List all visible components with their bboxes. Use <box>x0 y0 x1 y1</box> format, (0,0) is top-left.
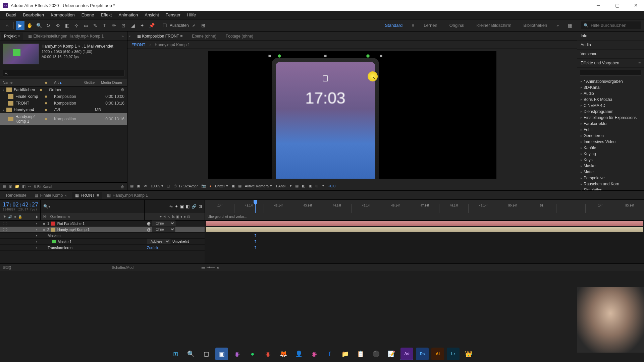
menu-datei[interactable]: Datei <box>3 11 19 19</box>
col-art[interactable]: Art ▴ <box>54 80 84 85</box>
workspace-bib[interactable]: Bibliotheken <box>521 21 550 29</box>
eye-icon[interactable]: 👁 <box>3 215 6 219</box>
footer-icon[interactable]: ▦ <box>3 184 6 189</box>
photoshop-icon[interactable]: Ps <box>416 348 429 360</box>
footer-icon[interactable]: ◧ <box>22 184 25 189</box>
clone-tool[interactable]: ⊡ <box>119 21 128 30</box>
brush-tool[interactable]: ✏ <box>110 21 118 30</box>
menu-ebene[interactable]: Ebene <box>78 11 98 19</box>
transparency-toggle[interactable]: ▦ <box>238 184 241 188</box>
app-icon[interactable]: 👑 <box>462 348 475 360</box>
effects-category[interactable]: ▸ Rauschen und Korn <box>577 181 644 187</box>
close-button[interactable]: ✕ <box>631 3 641 8</box>
app-icon[interactable]: ◉ <box>231 348 244 360</box>
selection-tool[interactable]: ▶ <box>16 21 24 30</box>
alpha-toggle[interactable]: ▦ <box>130 184 133 188</box>
effects-category[interactable]: ▸ Maske <box>577 163 644 169</box>
time-ruler[interactable]: :14f41:14f42:14f43:14f44:14f45:14f46:14f… <box>205 200 644 213</box>
comp-tab[interactable]: ▦ Komposition FRONT ≡ <box>135 33 185 40</box>
menu-fenster[interactable]: Fenster <box>162 11 184 19</box>
app-icon[interactable]: 📋 <box>354 348 367 360</box>
close-icon[interactable]: × <box>65 193 67 197</box>
rotate-tool[interactable]: ⟲ <box>53 21 62 30</box>
viewport[interactable]: 17:03 ↖ <box>127 49 577 181</box>
snap-options[interactable]: ⫽ <box>190 21 198 30</box>
effects-category[interactable]: ▸ Keying <box>577 151 644 157</box>
project-item[interactable]: Handy.mp4 Komp 1■ Komposition0:00:13:16 <box>0 113 127 125</box>
eraser-tool[interactable]: ◢ <box>128 21 137 30</box>
timeline-tracks[interactable]: @Ohne @Ohne I I I <box>205 221 644 263</box>
workspace-lernen[interactable]: Lernen <box>421 21 440 29</box>
footage-tab[interactable]: Footage (ohne) <box>223 33 256 40</box>
snap-toggle[interactable]: ☐ <box>160 21 169 30</box>
timeline-tab[interactable]: ▦ Finale Komp × <box>31 192 70 199</box>
effects-category[interactable]: ▸ Matte <box>577 169 644 175</box>
preview-panel[interactable]: Vorschau <box>577 50 644 59</box>
footer-icon[interactable]: ▣ <box>9 184 12 189</box>
effects-category[interactable]: ▸ * Animationsvorgaben <box>577 78 644 84</box>
visibility-toggle[interactable] <box>3 228 7 231</box>
tl-footer-icon[interactable]: {} <box>9 265 11 269</box>
speaker-icon[interactable]: 🔊 <box>8 215 12 219</box>
tl-footer-icon[interactable]: ⊡ <box>6 265 9 269</box>
workspace-klein[interactable]: Kleiner Bildschirm <box>474 21 514 29</box>
timeline-tab[interactable]: ▦ Handy.mp4 Komp 1 <box>104 192 151 199</box>
switch-mode-label[interactable]: Schalter/Modi <box>112 265 134 269</box>
current-timecode[interactable]: 17:02:42:27 <box>3 201 38 208</box>
solo-icon[interactable]: ● <box>14 215 16 219</box>
project-item[interactable]: FRONT■ Komposition0:00:13:16 <box>0 100 127 107</box>
help-search-input[interactable] <box>591 23 634 28</box>
audio-panel[interactable]: Audio <box>577 41 644 50</box>
parent-pick[interactable]: @ <box>147 228 151 232</box>
effects-category[interactable]: ▸ Simulation <box>577 187 644 190</box>
mask-mode[interactable]: Addiere <box>147 239 170 244</box>
camera-tool[interactable]: ◧ <box>63 21 71 30</box>
layer-prop[interactable]: ▾ Masken <box>0 233 205 239</box>
breadcrumb-item[interactable]: Handy.mp4 Komp 1 <box>155 43 190 47</box>
notepad-icon[interactable]: 📝 <box>385 348 398 360</box>
layer-prop[interactable]: ▸ Maske 1 Addiere Umgekehrt <box>0 239 205 245</box>
task-view[interactable]: ▢ <box>200 348 213 360</box>
col-dur[interactable]: Media-Dauer <box>101 80 124 85</box>
home-tool[interactable]: ⌂ <box>3 21 11 30</box>
tl-switch[interactable]: 🔗 <box>192 204 197 209</box>
after-effects-icon[interactable]: Ae <box>400 348 413 360</box>
vf-icon[interactable]: ▦ <box>295 184 299 188</box>
view-select[interactable]: 1 Ansi... ▾ <box>275 184 292 188</box>
app-icon[interactable]: ◉ <box>262 348 274 360</box>
workspace-settings[interactable]: ▦ <box>566 21 574 30</box>
layer-bar[interactable] <box>205 227 643 232</box>
search-icon[interactable]: 🔍▾ <box>43 204 50 209</box>
workspace-standard[interactable]: Standard <box>382 21 405 29</box>
tl-switch[interactable]: ⊡ <box>199 204 202 209</box>
resolution-select[interactable]: Drittel ▾ <box>215 184 228 188</box>
bit-depth[interactable]: 8-Bit-Kanal <box>34 185 52 189</box>
tl-footer-icon[interactable]: ⊞ <box>3 265 6 269</box>
vf-icon[interactable]: ⊞ <box>315 184 318 188</box>
breadcrumb-item[interactable]: FRONT <box>131 43 145 47</box>
project-tab[interactable]: Projekt ≡ <box>1 33 23 40</box>
layer-bar[interactable] <box>205 221 643 226</box>
whatsapp-icon[interactable]: ● <box>246 348 259 360</box>
vf-icon[interactable]: ✦ <box>322 184 325 188</box>
start-button[interactable]: ⊞ <box>169 348 182 360</box>
menu-ansicht[interactable]: Ansicht <box>141 11 162 19</box>
orbit-tool[interactable]: ↻ <box>44 21 53 30</box>
menu-komposition[interactable]: Komposition <box>47 11 78 19</box>
effects-category[interactable]: ▸ Kanäle <box>577 145 644 151</box>
effects-category[interactable]: ▸ Dienstprogramm <box>577 109 644 115</box>
effects-panel[interactable]: Effekte und Vorgaben≡ <box>577 59 644 68</box>
zoom-tool[interactable]: 🔍 <box>35 21 43 30</box>
tl-switch[interactable]: ▣ <box>180 204 184 209</box>
zoom-select[interactable]: 100% ▾ <box>151 184 163 188</box>
illustrator-icon[interactable]: Ai <box>431 348 444 360</box>
project-item[interactable]: ▸ Handy.mp4■ AVIMB <box>0 107 127 113</box>
shy-icon[interactable]: ◗ <box>36 215 38 219</box>
grid-toggle[interactable]: ▣ <box>137 184 140 188</box>
minimize-button[interactable]: ─ <box>593 3 604 8</box>
messenger-icon[interactable]: ◉ <box>308 348 321 360</box>
folder-icon[interactable]: 📁 <box>339 348 352 360</box>
mask-vertex[interactable] <box>366 54 370 58</box>
zoom-out-icon[interactable]: ▬ <box>202 265 205 269</box>
explorer-icon[interactable]: ▣ <box>215 348 228 360</box>
